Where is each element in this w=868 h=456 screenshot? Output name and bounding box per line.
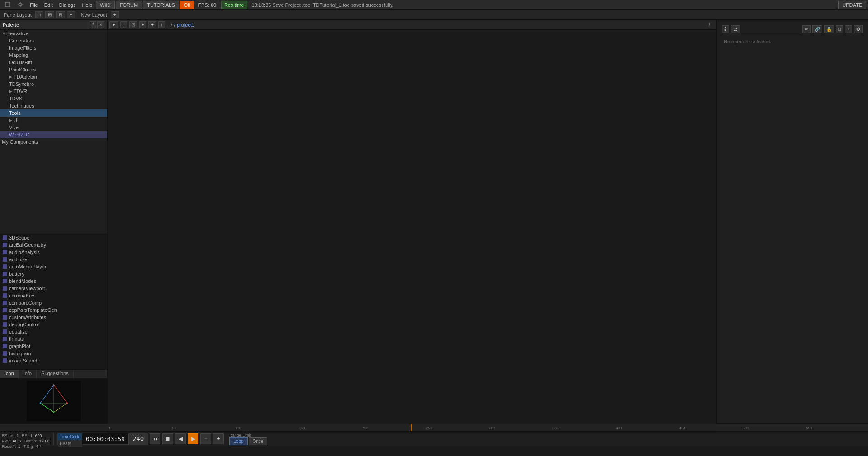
file-icon (2, 0, 14, 9)
palette-help-btn[interactable]: ? (90, 21, 97, 28)
op-info-area: ? 🗂 ✏ 🔗 🔒 □ + ⚙ No operator selected. (717, 20, 868, 423)
comp-item-3dscope[interactable]: 3DScope (0, 234, 107, 241)
tree-item-tdsynchro[interactable]: TDSynchro (0, 80, 107, 88)
bottom-area: 1 51 101 151 201 251 301 351 401 451 501… (0, 423, 868, 446)
op-tool-btn-2[interactable]: 🗂 (731, 25, 740, 33)
tree-item-vive[interactable]: Vive (0, 124, 107, 131)
comp-item-cameraviewport[interactable]: cameraViewport (0, 285, 107, 292)
comp-item-audioanalysis[interactable]: audioAnalysis (0, 249, 107, 256)
comp-icon-cpptemplate (3, 308, 7, 312)
ruler-tick-351: 351 (552, 426, 559, 430)
timecode-display[interactable]: TimeCode Beats 00:00:03:59 240 (57, 433, 148, 445)
nav-btn-grid[interactable]: ⊡ (129, 21, 137, 28)
ruler-tick-401: 401 (616, 426, 623, 430)
palette-close-btn[interactable]: × (97, 21, 104, 28)
tree-item-pointclouds[interactable]: PointClouds (0, 66, 107, 73)
pane-layout-btn-3[interactable]: ⊟ (56, 11, 65, 18)
comp-item-automediaplayer[interactable]: autoMediaPlayer (0, 263, 107, 270)
range-btn-once[interactable]: Once (249, 437, 268, 445)
tree-item-tools[interactable]: Tools (0, 109, 107, 117)
transport-step-back[interactable]: ◀ (175, 433, 186, 444)
rstart-value: 1 (17, 433, 19, 438)
comp-item-comparecomp[interactable]: compareComp (0, 299, 107, 306)
op-tool-plus[interactable]: + (845, 25, 852, 33)
comp-item-firmata[interactable]: firmata (0, 335, 107, 343)
tree-item-webrtc[interactable]: WebRTC (0, 131, 107, 138)
range-btn-loop[interactable]: Loop (229, 437, 247, 445)
comp-item-debugcontrol[interactable]: debugControl (0, 321, 107, 328)
tree-item-techniques[interactable]: Techniques (0, 102, 107, 109)
pane-layout-btn-1[interactable]: □ (35, 11, 43, 18)
comp-item-cppparstemplategen[interactable]: cppParsTemplateGen (0, 306, 107, 314)
nav-btn-up[interactable]: ↑ (158, 21, 165, 28)
preview-canvas (27, 381, 81, 421)
comp-item-histogram[interactable]: histogram (0, 350, 107, 357)
comp-icon-battery (3, 272, 7, 276)
op-tool-link[interactable]: 🔗 (812, 25, 822, 33)
ruler-tick-101: 101 (235, 426, 242, 430)
new-layout-add-btn[interactable]: + (111, 11, 119, 18)
tab-tutorials[interactable]: TUTORIALS (143, 1, 179, 9)
svg-point-18 (53, 412, 54, 413)
nav-btn-star[interactable]: ✦ (148, 21, 156, 28)
tree-item-derivative[interactable]: ▼ Derivative (0, 30, 107, 37)
transport-skip-back[interactable]: ⏮ (150, 433, 160, 444)
transport-play[interactable]: ▶ (188, 433, 198, 444)
comp-item-equalizer[interactable]: equalizer (0, 328, 107, 335)
comp-icon-audioanalysis (3, 250, 7, 254)
tree-item-mapping[interactable]: Mapping (0, 52, 107, 59)
canvas-background[interactable] (108, 30, 716, 433)
tree-item-generators[interactable]: Generators (0, 37, 107, 44)
center-canvas[interactable]: ▼ □ ⊡ + ✦ ↑ / / project1 1 (108, 20, 717, 423)
op-tool-btn-1[interactable]: ? (722, 25, 729, 33)
tab-wiki[interactable]: WIKI (96, 1, 115, 9)
beats-label: Beats (58, 440, 82, 447)
nav-btn-dropdown[interactable]: ▼ (109, 21, 118, 28)
comp-item-audioset[interactable]: audioSet (0, 256, 107, 263)
op-tool-lock[interactable]: 🔒 (824, 25, 834, 33)
breadcrumb-project[interactable]: / project1 (174, 22, 194, 28)
tree-item-oculusrift[interactable]: OculusRift (0, 59, 107, 66)
comp-item-arcballgeometry[interactable]: arcBallGeometry (0, 241, 107, 249)
nav-btn-square[interactable]: □ (120, 21, 127, 28)
comp-icon-cameraviewport (3, 286, 7, 291)
pane-layout-btn-4[interactable]: + (67, 11, 75, 18)
preview-tab-info[interactable]: Info (19, 370, 37, 378)
pane-layout-btn-2[interactable]: ⊞ (45, 11, 54, 18)
nav-btn-plus[interactable]: + (139, 21, 146, 28)
tree-item-my-components[interactable]: My Components (0, 138, 107, 146)
update-button[interactable]: UPDATE (838, 1, 866, 9)
op-tool-settings[interactable]: ⚙ (854, 25, 863, 33)
tree-arrow-tdableton: ▶ (9, 75, 14, 79)
tsig-label: T Sig: (24, 444, 34, 449)
comp-icon-histogram (3, 351, 7, 356)
pane-layout-label: Pane Layout (2, 12, 33, 18)
op-tool-box[interactable]: □ (836, 25, 843, 33)
preview-tab-icon[interactable]: Icon (0, 370, 19, 378)
comp-item-blendmodes[interactable]: blendModes (0, 277, 107, 285)
menu-file[interactable]: File (27, 1, 41, 9)
tree-item-tdvr[interactable]: ▶ TDVR (0, 88, 107, 95)
tab-oii[interactable]: OII (180, 1, 195, 9)
menu-edit[interactable]: Edit (42, 1, 56, 9)
comp-item-customattributes[interactable]: customAttributes (0, 314, 107, 321)
op-tool-pencil[interactable]: ✏ (802, 25, 811, 33)
tree-item-tdableton[interactable]: ▶ TDAbleton (0, 73, 107, 80)
tab-forum[interactable]: FORUM (116, 1, 142, 9)
menu-dialogs[interactable]: Dialogs (57, 1, 79, 9)
comp-item-imagesearch[interactable]: imageSearch (0, 357, 107, 364)
tree-item-ui[interactable]: ▶ UI (0, 117, 107, 124)
rend-label: REnd: (22, 433, 33, 438)
comp-item-graphplot[interactable]: graphPlot (0, 343, 107, 350)
transport-minus[interactable]: − (200, 433, 211, 444)
transport-stop[interactable]: ⏹ (162, 433, 173, 444)
transport-plus[interactable]: + (213, 433, 224, 444)
comp-item-battery[interactable]: battery (0, 270, 107, 277)
comp-item-chromakey[interactable]: chromaKey (0, 292, 107, 299)
tree-item-tdvs[interactable]: TDVS (0, 95, 107, 102)
preview-area (0, 378, 107, 423)
tree-item-imagefilters[interactable]: ImageFilters (0, 44, 107, 52)
svg-point-15 (53, 385, 54, 386)
preview-tab-suggestions[interactable]: Suggestions (37, 370, 74, 378)
menu-help[interactable]: Help (79, 1, 95, 9)
